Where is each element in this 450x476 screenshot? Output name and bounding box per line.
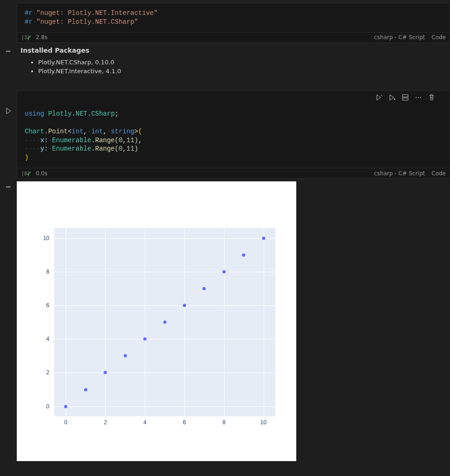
svg-rect-1 <box>402 98 408 100</box>
string-literal: "nuget: Plotly.NET.Interactive" <box>36 9 157 17</box>
cell1-status-bar: [3] ✓ 2.8s csharp - C# Script Code <box>17 33 450 43</box>
class-enumerable: Enumerable <box>52 137 91 144</box>
cell2-language[interactable]: csharp - C# Script <box>374 170 425 177</box>
success-check-icon: ✓ <box>27 34 32 41</box>
gridline-v <box>224 228 225 416</box>
gridline-h <box>54 407 275 407</box>
gridline-v <box>264 228 264 416</box>
number: 0 <box>119 137 123 144</box>
cell2-mode[interactable]: Code <box>431 170 446 177</box>
cell2-status-bar: [8] ✓ 0.0s csharp - C# Script Code <box>17 168 450 179</box>
cell2-code-editor[interactable]: using·Plotly.NET.CSharp; Chart.Point<int… <box>17 104 450 168</box>
class-enumerable: Enumerable <box>52 145 91 152</box>
namespace: Plotly <box>48 110 71 117</box>
type-int: int <box>91 128 103 135</box>
method-range: Range <box>95 137 115 144</box>
gridline-v <box>184 228 185 416</box>
namespace: CSharp <box>91 110 115 117</box>
package-item: Plotly.NET.Interactive, 4.1.0 <box>38 68 446 75</box>
namespace: NET <box>75 110 87 117</box>
execute-below-icon[interactable] <box>387 93 397 102</box>
data-point[interactable] <box>203 287 206 290</box>
keyword-using: using <box>25 110 44 117</box>
more-actions-icon[interactable]: ⋯ <box>413 93 423 102</box>
gridline-h <box>54 238 275 239</box>
package-item: Plotly.NET.CSharp, 0.10.0 <box>38 59 446 66</box>
output-menu-icon[interactable]: ⋯ <box>6 47 11 81</box>
gridline-h <box>54 373 275 373</box>
cell1-exec-time: 2.8s <box>36 34 48 41</box>
class-chart: Chart <box>25 128 44 135</box>
gridline-v <box>105 228 106 416</box>
cell2-exec-time: 0.0s <box>36 170 48 177</box>
cell2-output: ⋯ 02468100246810 <box>0 179 450 461</box>
y-tick-label: 4 <box>46 336 49 342</box>
directive: #r <box>25 9 33 17</box>
gridline-v <box>66 228 66 416</box>
cell2-gutter <box>0 104 17 168</box>
type-string: string <box>111 128 134 135</box>
cell1-mode[interactable]: Code <box>431 34 446 41</box>
run-by-line-icon[interactable] <box>374 93 384 102</box>
method-range: Range <box>95 145 115 152</box>
svg-rect-0 <box>402 95 408 97</box>
cell1-code-editor[interactable]: #r·"nuget: Plotly.NET.Interactive" #r·"n… <box>17 3 450 33</box>
notebook-cell-2: ⋯ using·Plotly.NET.CSharp; Chart.Point<i… <box>0 90 450 461</box>
y-tick-label: 0 <box>46 403 49 410</box>
data-point[interactable] <box>143 338 147 341</box>
gridline-h <box>54 305 275 306</box>
gridline-h <box>54 339 275 339</box>
notebook-cell-1: #r·"nuget: Plotly.NET.Interactive" #r·"n… <box>0 3 450 81</box>
data-point[interactable] <box>84 388 87 391</box>
data-point[interactable] <box>123 354 127 358</box>
directive: #r <box>25 18 33 26</box>
scatter-chart[interactable]: 02468100246810 <box>17 181 296 461</box>
string-literal: "nuget: Plotly.NET.CSharp" <box>36 18 138 26</box>
cell1-language[interactable]: csharp - C# Script <box>374 34 425 41</box>
output-menu-icon[interactable]: ⋯ <box>6 182 11 461</box>
y-tick-label: 2 <box>46 369 49 376</box>
x-tick-label: 0 <box>64 419 68 426</box>
x-tick-label: 4 <box>143 419 147 426</box>
x-tick-label: 2 <box>104 419 107 426</box>
data-point[interactable] <box>104 371 107 374</box>
cell1-output: ⋯ Installed Packages Plotly.NET.CSharp, … <box>0 43 450 81</box>
param-y: y <box>41 145 44 152</box>
cell2-toolbar: ⋯ <box>17 90 450 104</box>
x-tick-label: 6 <box>183 419 186 426</box>
param-x: x <box>41 137 44 144</box>
number: 11 <box>126 137 134 144</box>
y-tick-label: 10 <box>43 235 49 241</box>
y-tick-label: 6 <box>46 302 49 309</box>
installed-packages-list: Plotly.NET.CSharp, 0.10.0 Plotly.NET.Int… <box>20 59 446 75</box>
gridline-h <box>54 272 275 272</box>
gridline-v <box>145 228 145 416</box>
type-int: int <box>72 128 83 135</box>
success-check-icon: ✓ <box>27 170 32 177</box>
data-point[interactable] <box>222 270 225 274</box>
data-point[interactable] <box>262 236 265 240</box>
installed-packages-heading: Installed Packages <box>20 47 446 54</box>
x-tick-label: 8 <box>222 419 225 426</box>
cell2-run-button[interactable] <box>4 107 13 115</box>
x-tick-label: 10 <box>260 419 266 426</box>
y-tick-label: 8 <box>46 269 49 275</box>
data-point[interactable] <box>183 304 186 307</box>
delete-cell-icon[interactable] <box>426 93 436 102</box>
method-point: Point <box>48 128 68 135</box>
data-point[interactable] <box>242 253 245 256</box>
plot-area[interactable]: 02468100246810 <box>54 228 275 416</box>
number: 11 <box>126 145 134 152</box>
number: 0 <box>119 145 123 152</box>
data-point[interactable] <box>64 405 68 408</box>
data-point[interactable] <box>163 321 166 324</box>
split-cell-icon[interactable] <box>400 93 410 102</box>
cell1-gutter <box>0 3 17 33</box>
